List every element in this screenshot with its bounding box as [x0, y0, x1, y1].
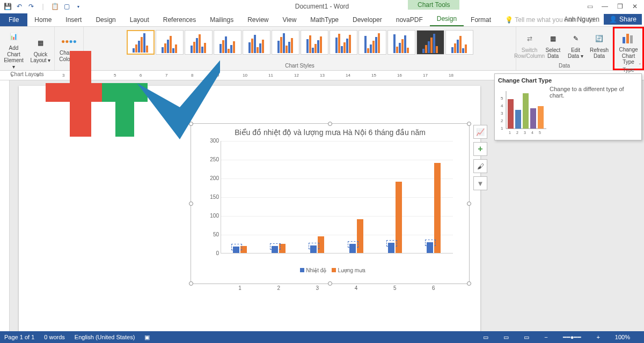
- svg-text:2: 2: [516, 131, 518, 135]
- change-chart-type-button[interactable]: Change Chart Type: [616, 29, 641, 66]
- svg-rect-12: [523, 93, 529, 129]
- chart-tools-label: Chart Tools: [408, 0, 459, 10]
- chart-style-thumb[interactable]: [330, 30, 357, 55]
- resize-handle[interactable]: [189, 281, 193, 286]
- view-read-icon[interactable]: ▭: [483, 334, 488, 341]
- view-print-icon[interactable]: ▭: [503, 334, 509, 341]
- table-icon[interactable]: ▢: [61, 1, 72, 12]
- paste-icon[interactable]: 📋: [49, 1, 60, 12]
- svg-rect-11: [515, 110, 521, 129]
- svg-marker-21: [102, 83, 148, 137]
- resize-handle[interactable]: [467, 202, 471, 206]
- save-icon[interactable]: 💾: [2, 1, 13, 12]
- chart-styles-button[interactable]: 🖌: [473, 159, 487, 173]
- svg-text:3: 3: [524, 131, 526, 135]
- select-data-button[interactable]: ▦Select Data: [543, 28, 564, 62]
- ribbon-opts-icon[interactable]: ▭: [583, 3, 597, 10]
- chart-style-thumb[interactable]: [301, 30, 328, 55]
- dropdown-icon[interactable]: ▾: [73, 1, 84, 12]
- maximize-icon[interactable]: ❐: [613, 3, 627, 10]
- chart-style-thumb[interactable]: [272, 30, 299, 55]
- switch-row-col-button[interactable]: ⇄Switch Row/Column: [518, 28, 541, 62]
- zoom-out-icon[interactable]: −: [544, 334, 547, 340]
- vertical-ruler: [0, 80, 10, 331]
- group-label-styles: Chart Styles: [285, 62, 314, 69]
- tab-references[interactable]: References: [156, 13, 203, 26]
- svg-text:4: 4: [501, 103, 503, 108]
- tab-review[interactable]: Review: [240, 13, 275, 26]
- svg-text:4: 4: [531, 131, 533, 135]
- chart-style-thumb[interactable]: [243, 30, 270, 55]
- svg-rect-10: [508, 99, 514, 129]
- document-title: Document1 - Word: [295, 3, 349, 10]
- redo-icon[interactable]: ↷: [26, 1, 36, 12]
- zoom-level[interactable]: 100%: [615, 334, 630, 340]
- close-icon[interactable]: ✕: [628, 3, 642, 10]
- zoom-in-icon[interactable]: +: [596, 334, 599, 340]
- chart-legend[interactable]: Nhiệt độLượng mưa: [191, 253, 469, 273]
- chart-style-thumb[interactable]: [387, 30, 415, 55]
- resize-handle[interactable]: [328, 122, 332, 126]
- minimize-icon[interactable]: —: [598, 3, 612, 10]
- tab-layout[interactable]: Layout: [123, 13, 156, 26]
- collapse-ribbon-icon[interactable]: ˇ: [639, 63, 641, 69]
- svg-rect-13: [530, 108, 536, 129]
- chart-x-axis: 123456: [221, 285, 453, 291]
- word-count[interactable]: 0 words: [44, 334, 65, 340]
- ribbon-tabs: File Home Insert Design Layout Reference…: [0, 13, 644, 27]
- tab-view[interactable]: View: [276, 13, 304, 26]
- tab-novapdf[interactable]: novaPDF: [389, 13, 430, 26]
- svg-marker-20: [46, 51, 110, 137]
- quick-access-toolbar: 💾 ↶ ↷ | 📋 ▢ ▾ Document1 - Word Chart Too…: [0, 0, 644, 13]
- resize-handle[interactable]: [467, 122, 471, 126]
- zoom-slider[interactable]: ━━●━━: [563, 334, 582, 341]
- qat-divider: |: [38, 1, 48, 12]
- chart-plot-area[interactable]: 050100150200250300: [221, 141, 453, 253]
- macro-icon[interactable]: ▣: [144, 334, 150, 341]
- resize-handle[interactable]: [189, 202, 193, 206]
- window-controls: ▭ — ❐ ✕: [583, 3, 642, 10]
- tooltip-title: Change Chart Type: [498, 77, 638, 84]
- chart-elements-button[interactable]: 📈: [473, 125, 487, 139]
- svg-text:5: 5: [501, 96, 503, 101]
- svg-text:2: 2: [501, 118, 503, 123]
- chart-style-thumb[interactable]: [445, 30, 473, 55]
- tab-design[interactable]: Design: [89, 13, 122, 26]
- svg-rect-14: [538, 106, 544, 129]
- undo-icon[interactable]: ↶: [14, 1, 25, 12]
- svg-rect-0: [623, 37, 625, 43]
- refresh-data-button[interactable]: 🔄Refresh Data: [588, 28, 611, 62]
- tooltip-desc: Change to a different type of chart.: [550, 86, 638, 99]
- chart-style-thumb[interactable]: [358, 30, 386, 55]
- svg-text:5: 5: [539, 131, 541, 135]
- resize-handle[interactable]: [467, 281, 471, 286]
- edit-data-button[interactable]: ✎Edit Data ▾: [565, 28, 587, 62]
- language[interactable]: English (United States): [75, 334, 135, 340]
- page-count[interactable]: Page 1 of 1: [4, 334, 34, 340]
- svg-rect-1: [626, 34, 629, 43]
- tooltip-preview-icon: 12345 12345: [498, 86, 549, 137]
- share-button[interactable]: 👤 Share: [604, 14, 642, 25]
- svg-rect-2: [630, 35, 633, 43]
- tab-mathtype[interactable]: MathType: [303, 13, 346, 26]
- chart-title[interactable]: Biểu đồ nhiệt độ và lượng mưa Hà Nội 6 t…: [191, 124, 469, 141]
- user-name[interactable]: Anh Nguyen: [564, 16, 599, 23]
- svg-marker-22: [137, 32, 220, 139]
- tab-chart-format[interactable]: Format: [464, 13, 498, 26]
- svg-text:1: 1: [509, 131, 511, 135]
- group-label-data: Data: [559, 62, 570, 69]
- tab-home[interactable]: Home: [27, 13, 58, 26]
- view-web-icon[interactable]: ▭: [524, 334, 529, 341]
- chart-style-thumb[interactable]: [416, 30, 444, 55]
- tab-insert[interactable]: Insert: [58, 13, 89, 26]
- chart-add-button[interactable]: +: [473, 142, 487, 156]
- tab-chart-design[interactable]: Design: [430, 12, 464, 26]
- chart-filter-button[interactable]: ▼: [473, 176, 487, 190]
- chart-object[interactable]: Biểu đồ nhiệt độ và lượng mưa Hà Nội 6 t…: [191, 123, 470, 284]
- tab-mailings[interactable]: Mailings: [203, 13, 240, 26]
- tab-developer[interactable]: Developer: [346, 13, 389, 26]
- change-chart-type-tooltip: Change Chart Type 12345 12345 Change to …: [494, 73, 642, 140]
- group-label-type: Type: [623, 66, 634, 73]
- svg-text:3: 3: [501, 111, 503, 116]
- file-tab[interactable]: File: [0, 13, 27, 26]
